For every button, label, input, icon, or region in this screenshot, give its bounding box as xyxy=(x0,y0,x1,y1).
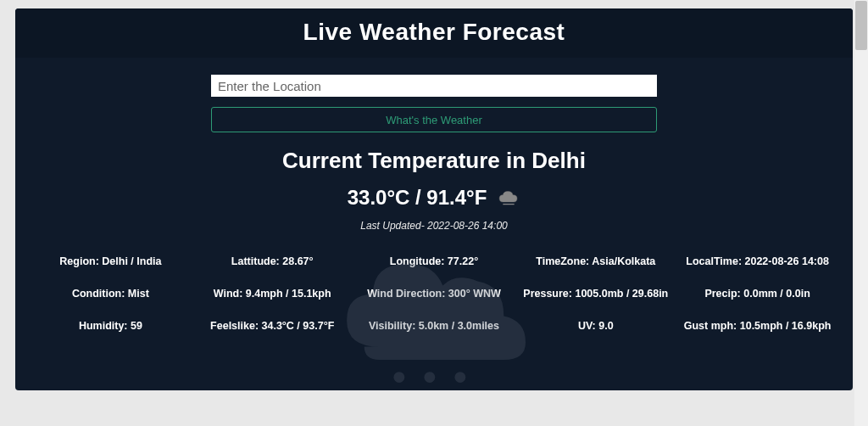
uv-value: UV: 9.0 xyxy=(517,320,674,332)
search-area: What's the Weather xyxy=(15,58,853,139)
weather-app: Live Weather Forecast What's the Weather… xyxy=(15,8,853,390)
get-weather-button[interactable]: What's the Weather xyxy=(211,107,657,132)
timezone-value: TimeZone: Asia/Kolkata xyxy=(517,255,674,267)
pressure-value: Pressure: 1005.0mb / 29.68in xyxy=(517,288,674,300)
precip-value: Precip: 0.0mm / 0.0in xyxy=(679,288,836,300)
temp-value-row: 33.0°C / 91.4°F xyxy=(348,186,521,210)
app-title: Live Weather Forecast xyxy=(15,19,853,46)
temperature-value: 33.0°C / 91.4°F xyxy=(348,186,487,210)
current-temp-heading: Current Temperature in Delhi xyxy=(15,148,853,174)
cloud-icon xyxy=(497,189,520,206)
app-header: Live Weather Forecast xyxy=(15,8,853,58)
localtime-value: LocalTime: 2022-08-26 14:08 xyxy=(679,255,836,267)
scrollbar-thumb[interactable] xyxy=(855,1,867,50)
last-updated: Last Updated- 2022-08-26 14:00 xyxy=(15,220,853,232)
region-value: Region: Delhi / India xyxy=(32,255,189,267)
svg-point-2 xyxy=(454,372,465,383)
visibility-value: Visibility: 5.0km / 3.0miles xyxy=(356,320,513,332)
svg-point-1 xyxy=(424,372,435,383)
gust-value: Gust mph: 10.5mph / 16.9kph xyxy=(679,320,836,332)
humidity-value: Humidity: 59 xyxy=(32,320,189,332)
feelslike-value: Feelslike: 34.3°C / 93.7°F xyxy=(194,320,351,332)
scrollbar-track[interactable] xyxy=(854,0,868,426)
condition-value: Condition: Mist xyxy=(32,288,189,300)
lattitude-value: Lattitude: 28.67° xyxy=(194,255,351,267)
longitude-value: Longitude: 77.22° xyxy=(356,255,513,267)
wind-value: Wind: 9.4mph / 15.1kph xyxy=(194,288,351,300)
location-input[interactable] xyxy=(211,75,657,97)
weather-details-grid: Region: Delhi / India Lattitude: 28.67° … xyxy=(15,237,853,340)
current-temperature-section: Current Temperature in Delhi 33.0°C / 91… xyxy=(15,139,853,237)
wind-direction-value: Wind Direction: 300° WNW xyxy=(356,288,513,300)
svg-point-0 xyxy=(393,372,404,383)
